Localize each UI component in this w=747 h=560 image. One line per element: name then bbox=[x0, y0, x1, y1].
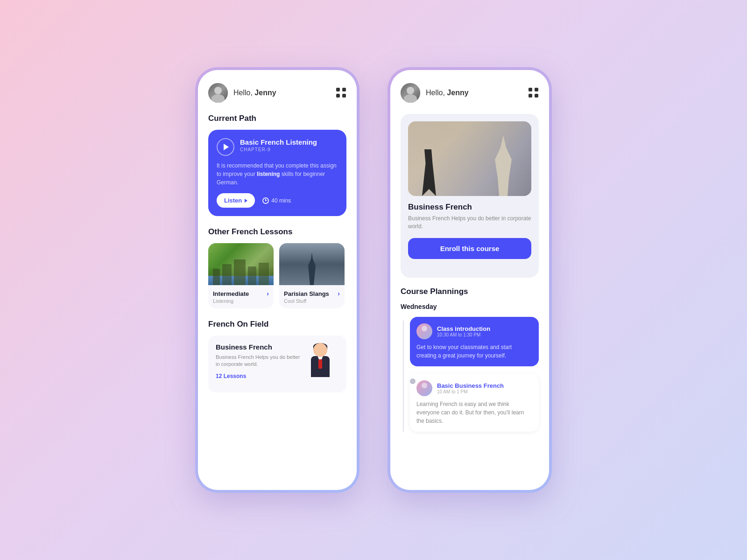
timeline-dot-1 bbox=[410, 322, 416, 327]
planning-avatar-1 bbox=[416, 323, 432, 339]
planning-avatar-2 bbox=[416, 380, 432, 396]
current-path-card: Basic French Listening CHAPTER-9 It is r… bbox=[208, 130, 346, 216]
chevron-right-icon-1: › bbox=[267, 290, 269, 297]
duration-badge: 40 mins bbox=[262, 197, 291, 204]
french-on-field-title: French On Field bbox=[208, 320, 346, 329]
current-path-title: Current Path bbox=[208, 114, 346, 123]
planning-name-2: Basic Business French bbox=[437, 382, 504, 389]
day-label: Wednesday bbox=[401, 303, 539, 310]
play-circle-icon[interactable] bbox=[217, 138, 234, 156]
lesson-subtitle-slangs: Cool Stuff bbox=[284, 298, 340, 304]
chevron-right-icon-2: › bbox=[338, 290, 340, 297]
other-lessons-title: Other French Lessons bbox=[208, 227, 346, 237]
field-course-title: Business French bbox=[216, 343, 302, 351]
timeline-dot-2 bbox=[410, 378, 416, 384]
field-lessons-count[interactable]: 12 Lessons bbox=[216, 373, 302, 379]
field-course-desc: Business French Helps you do better in c… bbox=[216, 354, 302, 368]
timeline-item-1: Class introduction 10:30 AM to 1:30 PM G… bbox=[410, 317, 539, 366]
timeline-item-2: Basic Business French 10 AM to 1 PM Lear… bbox=[410, 374, 539, 432]
play-triangle bbox=[224, 144, 229, 150]
lesson-info-intermediate: Intermediate › Listening bbox=[208, 285, 274, 308]
course-image bbox=[408, 121, 531, 196]
lesson-title-slangs: Parisian Slangs bbox=[284, 290, 329, 297]
phone-left: Hello, Jenny Current Path bbox=[195, 67, 359, 493]
course-description: Business French Helps you do better in c… bbox=[408, 215, 531, 231]
card-actions: Listen 40 mins bbox=[217, 193, 338, 208]
planning-card-basic-french[interactable]: Basic Business French 10 AM to 1 PM Lear… bbox=[410, 374, 539, 432]
planning-desc-1: Get to know your classmates and start cr… bbox=[416, 343, 532, 360]
planning-name-1: Class introduction bbox=[437, 325, 490, 332]
avatar bbox=[208, 83, 228, 103]
header-left: Hello, Jenny bbox=[208, 83, 346, 103]
card-description: It is recommended that you complete this… bbox=[217, 161, 338, 187]
listen-button[interactable]: Listen bbox=[217, 193, 255, 208]
avatar-right bbox=[401, 83, 420, 103]
plannings-title: Course Plannings bbox=[401, 287, 539, 296]
card-info: Basic French Listening CHAPTER-9 bbox=[240, 138, 317, 152]
header-right-user: Hello, Jenny bbox=[401, 83, 469, 103]
course-card: Business French Business French Helps yo… bbox=[401, 114, 539, 278]
lesson-title-intermediate: Intermediate bbox=[213, 290, 249, 297]
card-title: Basic French Listening bbox=[240, 138, 317, 146]
timeline: Class introduction 10:30 AM to 1:30 PM G… bbox=[401, 317, 539, 432]
header-left-user: Hello, Jenny bbox=[208, 83, 276, 103]
lesson-info-slangs: Parisian Slangs › Cool Stuff bbox=[279, 285, 345, 308]
lessons-row: Intermediate › Listening bbox=[208, 243, 346, 308]
course-title: Business French bbox=[408, 203, 531, 212]
grid-menu-icon[interactable] bbox=[336, 88, 346, 98]
planning-header-2: Basic Business French 10 AM to 1 PM bbox=[416, 380, 532, 396]
clock-icon bbox=[262, 197, 269, 204]
planning-info-1: Class introduction 10:30 AM to 1:30 PM bbox=[437, 325, 490, 337]
header-right: Hello, Jenny bbox=[401, 83, 539, 103]
card-chapter: CHAPTER-9 bbox=[240, 147, 317, 152]
course-plannings: Course Plannings Wednesday Class introdu… bbox=[401, 287, 539, 432]
french-on-field-card: Business French Business French Helps yo… bbox=[208, 336, 346, 392]
phone-right: Hello, Jenny bbox=[388, 67, 552, 493]
planning-header-1: Class introduction 10:30 AM to 1:30 PM bbox=[416, 323, 532, 339]
greeting-left: Hello, Jenny bbox=[233, 89, 276, 97]
planning-desc-2: Learning French is easy and we think eve… bbox=[416, 400, 532, 425]
grid-menu-icon-right[interactable] bbox=[529, 88, 539, 98]
lesson-card-slangs[interactable]: Parisian Slangs › Cool Stuff bbox=[279, 243, 345, 308]
character-illustration bbox=[302, 343, 339, 385]
planning-card-class-intro[interactable]: Class introduction 10:30 AM to 1:30 PM G… bbox=[410, 317, 539, 366]
arrow-icon bbox=[245, 199, 247, 203]
field-info: Business French Business French Helps yo… bbox=[216, 343, 302, 379]
enroll-button[interactable]: Enroll this course bbox=[408, 238, 531, 259]
planning-time-2: 10 AM to 1 PM bbox=[437, 389, 504, 394]
lesson-thumb-slangs bbox=[279, 243, 345, 285]
lesson-thumb-intermediate bbox=[208, 243, 274, 285]
planning-time-1: 10:30 AM to 1:30 PM bbox=[437, 332, 490, 337]
greeting-right: Hello, Jenny bbox=[426, 89, 469, 97]
lesson-subtitle-intermediate: Listening bbox=[213, 298, 269, 304]
planning-info-2: Basic Business French 10 AM to 1 PM bbox=[437, 382, 504, 394]
lesson-card-intermediate[interactable]: Intermediate › Listening bbox=[208, 243, 274, 308]
